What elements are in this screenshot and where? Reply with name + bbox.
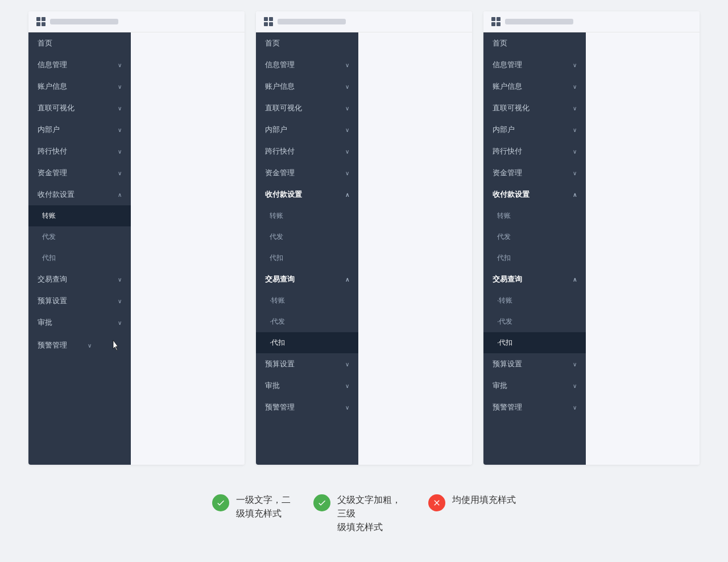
sidebar-item-label: ·代扣 [497, 338, 512, 348]
sidebar-item-2-4[interactable]: 内部户∨ [256, 119, 358, 140]
chevron-icon: ∨ [118, 170, 122, 176]
sidebar-item-2-8[interactable]: 转账 [256, 205, 358, 226]
sidebar-item-3-8[interactable]: 转账 [483, 205, 586, 226]
sidebar-item-3-4[interactable]: 内部户∨ [483, 119, 586, 140]
sidebar-item-2-1[interactable]: 信息管理∨ [256, 54, 358, 76]
sidebar-item-2-14[interactable]: ·代扣 [256, 332, 358, 353]
chevron-icon: ∨ [345, 404, 349, 411]
content-area-1 [131, 32, 245, 465]
sidebar-item-1-11[interactable]: 交易查询∨ [28, 268, 131, 290]
sidebar-item-label: 收付款设置 [265, 189, 302, 200]
sidebar-item-2-10[interactable]: 代扣 [256, 247, 358, 268]
sidebar-item-label: ·转账 [270, 296, 285, 305]
sidebar-item-label: 直联可视化 [265, 103, 302, 113]
panels-container: 首页信息管理∨账户信息∨直联可视化∨内部户∨跨行快付∨资金管理∨收付款设置∧转账… [11, 11, 717, 465]
sidebar-item-3-5[interactable]: 跨行快付∨ [483, 140, 586, 162]
bottom-section: 一级文字，二级填充样式父级文字加粗，三级级填充样式均使用填充样式 [11, 487, 717, 540]
sidebar-item-3-17[interactable]: 预警管理∨ [483, 396, 586, 418]
sidebar-item-3-12[interactable]: ·转账 [483, 290, 586, 311]
sidebar-item-label: 预算设置 [38, 296, 67, 306]
chevron-icon: ∨ [345, 148, 349, 155]
sidebar-item-label: 转账 [42, 211, 56, 221]
sidebar-item-label: ·代发 [270, 317, 285, 327]
panel-header-1 [28, 11, 245, 32]
sidebar-item-1-13[interactable]: 审批∨ [28, 312, 131, 333]
sidebar-item-1-6[interactable]: 资金管理∨ [28, 162, 131, 184]
chevron-icon: ∨ [345, 383, 349, 389]
sidebar-item-2-13[interactable]: ·代发 [256, 311, 358, 332]
sidebar-item-3-6[interactable]: 资金管理∨ [483, 162, 586, 184]
sidebar-item-3-0[interactable]: 首页 [483, 32, 586, 54]
sidebar-item-2-0[interactable]: 首页 [256, 32, 358, 54]
sidebar-item-3-9[interactable]: 代发 [483, 226, 586, 247]
chevron-icon: ∨ [573, 127, 577, 133]
legend-icon-check-0 [212, 494, 229, 511]
sidebar-item-3-11[interactable]: 交易查询∧ [483, 268, 586, 290]
sidebar-item-1-9[interactable]: 代发 [28, 226, 131, 247]
sidebar-item-label: 交易查询 [493, 274, 522, 284]
sidebar-item-label: 首页 [265, 38, 280, 48]
sidebar-item-3-10[interactable]: 代扣 [483, 247, 586, 268]
sidebar-item-label: 首页 [493, 38, 507, 48]
sidebar-item-label: 资金管理 [493, 168, 522, 178]
sidebar-item-2-17[interactable]: 预警管理∨ [256, 396, 358, 418]
sidebar-item-1-10[interactable]: 代扣 [28, 247, 131, 268]
chevron-icon: ∨ [118, 105, 122, 111]
sidebar-item-2-15[interactable]: 预算设置∨ [256, 353, 358, 375]
sidebar-item-label: 代扣 [497, 253, 511, 263]
sidebar-item-label: 代扣 [42, 253, 56, 263]
sidebar-item-2-6[interactable]: 资金管理∨ [256, 162, 358, 184]
sidebar-item-1-1[interactable]: 信息管理∨ [28, 54, 131, 76]
sidebar-item-3-3[interactable]: 直联可视化∨ [483, 97, 586, 119]
sidebar-item-3-15[interactable]: 预算设置∨ [483, 353, 586, 375]
header-bar [278, 19, 346, 24]
chevron-icon: ∨ [118, 62, 122, 68]
sidebar-item-1-12[interactable]: 预算设置∨ [28, 290, 131, 312]
sidebar-item-1-5[interactable]: 跨行快付∨ [28, 140, 131, 162]
chevron-icon: ∧ [118, 192, 122, 198]
sidebar-item-label: ·代发 [497, 317, 512, 327]
chevron-icon: ∨ [573, 62, 577, 68]
sidebar-item-3-7[interactable]: 收付款设置∧ [483, 184, 586, 205]
panel-3: 首页信息管理∨账户信息∨直联可视化∨内部户∨跨行快付∨资金管理∨收付款设置∧转账… [483, 11, 700, 465]
sidebar-item-label: 交易查询 [38, 274, 67, 284]
sidebar-item-2-7[interactable]: 收付款设置∧ [256, 184, 358, 205]
content-area-3 [586, 32, 700, 465]
chevron-icon: ∨ [345, 105, 349, 111]
sidebar-item-label: 预算设置 [493, 359, 522, 369]
chevron-icon: ∨ [118, 298, 122, 304]
sidebar-item-2-2[interactable]: 账户信息∨ [256, 76, 358, 97]
sidebar-item-1-4[interactable]: 内部户∨ [28, 119, 131, 140]
legend-text-2: 均使用填充样式 [452, 493, 516, 507]
sidebar-item-label: 转账 [497, 211, 511, 221]
sidebar-item-2-3[interactable]: 直联可视化∨ [256, 97, 358, 119]
sidebar-item-1-2[interactable]: 账户信息∨ [28, 76, 131, 97]
sidebar-item-3-2[interactable]: 账户信息∨ [483, 76, 586, 97]
chevron-icon: ∨ [573, 383, 577, 389]
chevron-icon: ∨ [345, 170, 349, 176]
sidebar-item-2-11[interactable]: 交易查询∧ [256, 268, 358, 290]
sidebar-item-2-9[interactable]: 代发 [256, 226, 358, 247]
legend-item-2: 均使用填充样式 [428, 493, 516, 511]
chevron-icon: ∨ [345, 62, 349, 68]
sidebar-item-1-8[interactable]: 转账 [28, 205, 131, 226]
sidebar-item-1-3[interactable]: 直联可视化∨ [28, 97, 131, 119]
sidebar-item-label: 信息管理 [38, 60, 67, 70]
sidebar-item-label: 预警管理 [265, 402, 295, 412]
grid-icon [491, 17, 500, 26]
sidebar-item-3-13[interactable]: ·代发 [483, 311, 586, 332]
sidebar-item-3-14[interactable]: ·代扣 [483, 332, 586, 353]
sidebar-item-1-14[interactable]: 预警管理∨ [28, 333, 131, 357]
sidebar-item-3-16[interactable]: 审批∨ [483, 375, 586, 396]
sidebar-item-2-12[interactable]: ·转账 [256, 290, 358, 311]
sidebar-item-1-7[interactable]: 收付款设置∧ [28, 184, 131, 205]
sidebar-item-3-1[interactable]: 信息管理∨ [483, 54, 586, 76]
sidebar-item-2-16[interactable]: 审批∨ [256, 375, 358, 396]
chevron-icon: ∧ [573, 192, 577, 198]
sidebar-item-label: ·代扣 [270, 338, 285, 348]
sidebar-item-2-5[interactable]: 跨行快付∨ [256, 140, 358, 162]
sidebar-item-label: 代发 [270, 232, 283, 242]
sidebar-item-1-0[interactable]: 首页 [28, 32, 131, 54]
sidebar-item-label: 审批 [265, 381, 280, 391]
chevron-icon: ∨ [573, 170, 577, 176]
